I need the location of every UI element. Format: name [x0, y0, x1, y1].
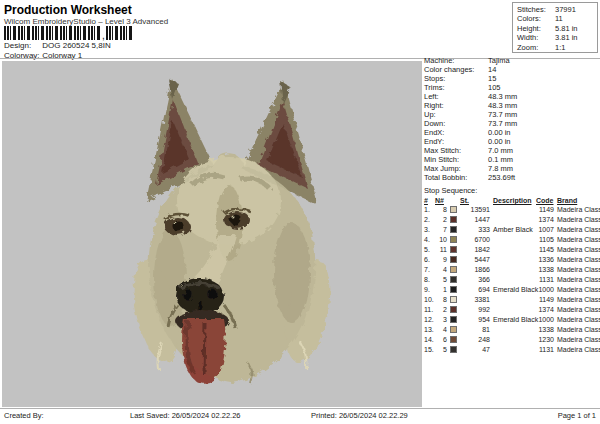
seq-description [490, 305, 536, 315]
seq-thread-code: 1149 [536, 205, 554, 215]
seq-needle: 9 [435, 255, 447, 265]
dog-embroidery-graphic [132, 73, 332, 395]
machine-info-list: Machine: Tajima Color changes: 14 Stops:… [424, 56, 598, 182]
design-barcode: , [4, 26, 133, 40]
machine-info-label: Up: [424, 110, 488, 119]
machine-info-value: 105 [488, 83, 501, 92]
stop-sequence-row: 5. 11 1842 1145 Madeira Classic 40 [424, 245, 600, 255]
printed-text: Printed: 26/05/2024 02.22.29 [311, 411, 408, 420]
stat-value: 11 [555, 14, 563, 23]
thread-color-swatch [450, 216, 457, 223]
seq-thread-brand: Madeira Classic 40 [554, 205, 600, 215]
thread-color-swatch [450, 226, 457, 233]
thread-color-swatch [450, 266, 457, 273]
thread-color-swatch [450, 296, 457, 303]
barcode-bars [4, 26, 101, 40]
stop-sequence-row: 3. 7 333 Amber Black 1007 Madeira Classi… [424, 225, 600, 235]
seq-num: 11. [424, 305, 435, 315]
machine-info-value: 7.8 mm [488, 164, 513, 173]
machine-info-value: 73.7 mm [488, 119, 517, 128]
seq-num: 4. [424, 235, 435, 245]
seq-thread-brand: Madeira Classic 40 [554, 235, 600, 245]
stat-row: Stitches: 37991 [517, 5, 597, 14]
machine-info-row: Min Stitch: 0.1 mm [424, 155, 598, 164]
stop-sequence-row: 2. 2 1447 1374 Madeira Classic 40 [424, 215, 600, 225]
seq-num: 14. [424, 335, 435, 345]
machine-info-value: 0.1 mm [488, 155, 513, 164]
thread-color-swatch [450, 326, 457, 333]
stat-label: Height: [517, 24, 555, 33]
seq-num: 8. [424, 275, 435, 285]
seq-description [490, 235, 536, 245]
seq-description [490, 345, 536, 355]
design-preview-canvas [2, 61, 422, 407]
seq-description [490, 255, 536, 265]
footer-divider [0, 408, 600, 409]
seq-needle: 2 [435, 305, 447, 315]
seq-description: Emerald Black [490, 315, 536, 325]
page-title: Production Worksheet [4, 3, 132, 17]
seq-thread-code: 1000 [536, 285, 554, 295]
machine-info-row: Total Bobbin: 253.69ft [424, 173, 598, 182]
seq-description: Emerald Black [490, 285, 536, 295]
machine-info-label: EndY: [424, 137, 488, 146]
stat-label: Zoom: [517, 43, 555, 52]
seq-thread-brand: Madeira Classic 40 [554, 305, 600, 315]
seq-stitch-count: 5447 [460, 255, 490, 265]
stat-value: 1:1 [555, 43, 565, 52]
seq-stitch-count: 13591 [460, 205, 490, 215]
machine-info-row: Max Stitch: 7.0 mm [424, 146, 598, 155]
seq-thread-brand: Madeira Classic 40 [554, 345, 600, 355]
col-header-num: # [424, 196, 435, 205]
machine-info-label: EndX: [424, 128, 488, 137]
seq-thread-code: 1336 [536, 255, 554, 265]
seq-stitch-count: 1447 [460, 215, 490, 225]
seq-thread-code: 1374 [536, 215, 554, 225]
seq-needle: 10 [435, 235, 447, 245]
seq-needle: 2 [435, 215, 447, 225]
machine-info-label: Machine: [424, 56, 488, 65]
col-header-code: Code [536, 196, 554, 205]
thread-color-swatch [450, 346, 457, 353]
seq-thread-code: 1131 [536, 345, 554, 355]
stat-row: Width: 3.81 in [517, 33, 597, 42]
seq-num: 2. [424, 215, 435, 225]
seq-thread-brand: Madeira Classic 40 [554, 255, 600, 265]
machine-info-value: 14 [488, 65, 496, 74]
created-by-label: Created By: [4, 411, 44, 420]
col-header-brand: Brand [554, 196, 600, 205]
application-name: Wilcom EmbroideryStudio – Level 3 Advanc… [4, 17, 168, 26]
stop-sequence-row: 9. 1 694 Emerald Black 1000 Madeira Clas… [424, 285, 600, 295]
seq-needle: 4 [435, 325, 447, 335]
col-header-needle: N# [435, 196, 447, 205]
seq-needle: 6 [435, 335, 447, 345]
seq-description [490, 295, 536, 305]
thread-color-swatch [450, 206, 457, 213]
seq-thread-brand: Madeira Classic 40 [554, 275, 600, 285]
stat-label: Stitches: [517, 5, 555, 14]
machine-info-value: 7.0 mm [488, 146, 513, 155]
seq-num: 6. [424, 255, 435, 265]
machine-info-label: Down: [424, 119, 488, 128]
seq-needle: 8 [435, 205, 447, 215]
machine-info-row: Trims: 105 [424, 83, 598, 92]
seq-thread-brand: Madeira Classic 40 [554, 285, 600, 295]
seq-needle: 11 [435, 245, 447, 255]
thread-color-swatch [450, 246, 457, 253]
seq-description [490, 205, 536, 215]
seq-description [490, 245, 536, 255]
seq-needle: 1 [435, 285, 447, 295]
seq-thread-brand: Madeira Classic 40 [554, 335, 600, 345]
seq-stitch-count: 366 [460, 275, 490, 285]
stat-value: 5.81 in [555, 24, 578, 33]
seq-num: 10. [424, 295, 435, 305]
seq-stitch-count: 1842 [460, 245, 490, 255]
stop-sequence-row: 15. 5 47 1131 Madeira Classic 40 [424, 345, 600, 355]
seq-stitch-count: 47 [460, 345, 490, 355]
machine-info-value: 0.00 in [488, 137, 511, 146]
stat-label: Width: [517, 33, 555, 42]
machine-info-row: Left: 48.3 mm [424, 92, 598, 101]
seq-stitch-count: 81 [460, 325, 490, 335]
stop-sequence-header-row: # N# St. Description Code Brand [424, 196, 600, 205]
machine-info-row: Down: 73.7 mm [424, 119, 598, 128]
